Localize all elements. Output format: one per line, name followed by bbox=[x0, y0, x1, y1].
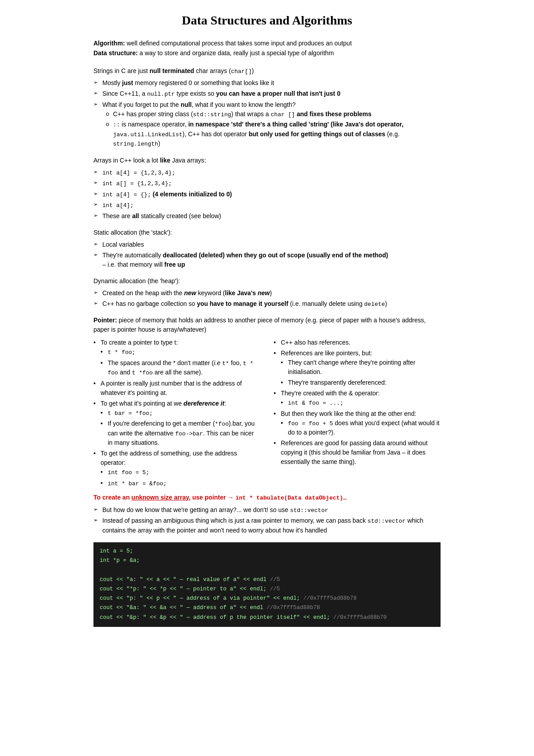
list-item: They can't change where they're pointing… bbox=[281, 358, 441, 377]
code-line: cout << "*p: " << *p << " — pointer to a… bbox=[100, 585, 434, 594]
reference-create-list: int & foo = ...; bbox=[281, 398, 441, 408]
list-item: t bar = *foo; bbox=[101, 408, 260, 418]
strings-sub-bullets: C++ has proper string class (std::string… bbox=[102, 110, 441, 149]
strings-section: Strings in C are just null terminated ch… bbox=[93, 66, 441, 149]
list-item: They're transparently dereferenced: bbox=[281, 378, 441, 387]
static-bullets: Local variables They're automatically de… bbox=[93, 240, 441, 269]
reference-work-list: foo = foo + 5 does what you'd expect (wh… bbox=[281, 419, 441, 438]
pointer-right-list: C++ also has references. References are … bbox=[274, 338, 441, 467]
list-item: What if you forget to put the null, what… bbox=[93, 100, 441, 149]
definitions-block: Algorithm: well defined computational pr… bbox=[93, 38, 441, 58]
list-item: Since C++11, a null.ptr type exists so y… bbox=[93, 89, 441, 99]
list-item: They're automatically deallocated (delet… bbox=[93, 251, 441, 269]
data-structure-term: Data structure: bbox=[93, 49, 138, 57]
list-item: To create a pointer to type t: t * foo; … bbox=[93, 338, 260, 378]
dynamic-bullets: Created on the heap with the new keyword… bbox=[93, 289, 441, 309]
pointer-deref-list: t bar = *foo; If you're derefencing to g… bbox=[101, 408, 260, 448]
pointer-right-col: C++ also has references. References are … bbox=[274, 338, 441, 489]
data-structure-def: Data structure: a way to store and organ… bbox=[93, 48, 441, 58]
strings-bullets: Mostly just memory registered 0 or somet… bbox=[93, 78, 441, 149]
code-line: cout << "&a: " << &a << " — address of a… bbox=[100, 603, 434, 613]
code-line: int *p = &a; bbox=[100, 556, 434, 565]
list-item: C++ has no garbage collection so you hav… bbox=[93, 299, 441, 309]
list-item: int a[] = {1,2,3,4}; bbox=[93, 179, 441, 188]
list-item: int foo = 5; bbox=[101, 467, 260, 477]
pointer-left-col: To create a pointer to type t: t * foo; … bbox=[93, 338, 260, 489]
code-line: cout << "a: " << a << " — real value of … bbox=[100, 575, 434, 585]
list-item: C++ also has references. bbox=[274, 338, 441, 347]
unknown-array-header: To create an unknown size array, use poi… bbox=[93, 493, 441, 503]
list-item: Created on the heap with the new keyword… bbox=[93, 289, 441, 298]
pointer-left-list: To create a pointer to type t: t * foo; … bbox=[93, 338, 260, 488]
list-item: To get what it's pointing at we derefere… bbox=[93, 399, 260, 448]
list-item: foo = foo + 5 does what you'd expect (wh… bbox=[281, 419, 441, 438]
list-item: Local variables bbox=[93, 240, 441, 249]
list-item: Mostly just memory registered 0 or somet… bbox=[93, 78, 441, 88]
pointer-left-sublist: t * foo; The spaces around the * don't m… bbox=[101, 347, 260, 378]
list-item: The spaces around the * don't matter (i.… bbox=[101, 358, 260, 378]
pointer-header: Pointer: piece of memory that holds an a… bbox=[93, 316, 441, 334]
pointer-two-col: To create a pointer to type t: t * foo; … bbox=[93, 338, 441, 489]
algorithm-term: Algorithm: bbox=[93, 40, 125, 47]
list-item: :: is namespace operator, in namespace '… bbox=[102, 120, 441, 149]
list-item: C++ has proper string class (std::string… bbox=[102, 110, 441, 119]
algorithm-text: well defined computational process that … bbox=[125, 40, 352, 47]
unknown-array-section: To create an unknown size array, use poi… bbox=[93, 493, 441, 535]
arrays-bullets: int a[4] = {1,2,3,4}; int a[] = {1,2,3,4… bbox=[93, 168, 441, 221]
list-item: t * foo; bbox=[101, 347, 260, 357]
code-line: cout << "&p: " << &p << " — address of p… bbox=[100, 613, 434, 622]
code-line bbox=[100, 565, 434, 575]
list-item: int a[4] = {}; (4 elements initialized t… bbox=[93, 190, 441, 199]
code-line: int a = 5; bbox=[100, 547, 434, 556]
list-item: But then they work like the thing at the… bbox=[274, 409, 441, 438]
static-header: Static allocation (the 'stack'): bbox=[93, 228, 441, 237]
list-item: To get the address of something, use the… bbox=[93, 449, 260, 488]
list-item: If you're derefencing to get a member (*… bbox=[101, 419, 260, 447]
list-item: int * bar = &foo; bbox=[101, 479, 260, 488]
list-item: References are like pointers, but: They … bbox=[274, 349, 441, 387]
data-structure-text: a way to store and organize data, really… bbox=[138, 49, 334, 57]
dynamic-section: Dynamic allocation (the 'heap'): Created… bbox=[93, 276, 441, 309]
list-item: Instead of passing an ambiguous thing wh… bbox=[93, 516, 441, 535]
list-item: But how do we know that we're getting an… bbox=[93, 505, 441, 515]
list-item: int & foo = ...; bbox=[281, 398, 441, 408]
code-line: cout << "p: " << p << " — address of a v… bbox=[100, 594, 434, 603]
list-item: A pointer is really just number that is … bbox=[93, 379, 260, 398]
list-item: int a[4]; bbox=[93, 200, 441, 210]
strings-header-text: Strings in C are just null terminated ch… bbox=[93, 67, 254, 74]
list-item: They're created with the & operator: int… bbox=[274, 389, 441, 408]
algorithm-def: Algorithm: well defined computational pr… bbox=[93, 38, 441, 48]
unknown-array-bullets: But how do we know that we're getting an… bbox=[93, 505, 441, 535]
arrays-section: Arrays in C++ look a lot like Java array… bbox=[93, 156, 441, 221]
arrays-header: Arrays in C++ look a lot like Java array… bbox=[93, 156, 441, 165]
strings-header: Strings in C are just null terminated ch… bbox=[93, 66, 441, 76]
list-item: References are good for passing data aro… bbox=[274, 439, 441, 467]
pointer-section: Pointer: piece of memory that holds an a… bbox=[93, 316, 441, 489]
static-section: Static allocation (the 'stack'): Local v… bbox=[93, 228, 441, 269]
page-title: Data Structures and Algorithms bbox=[93, 13, 441, 28]
pointer-term: Pointer: bbox=[93, 317, 117, 324]
pointer-addr-list: int foo = 5; int * bar = &foo; bbox=[101, 467, 260, 488]
code-block: int a = 5; int *p = &a; cout << "a: " <<… bbox=[93, 542, 441, 627]
list-item: These are all statically created (see be… bbox=[93, 211, 441, 221]
dynamic-header: Dynamic allocation (the 'heap'): bbox=[93, 276, 441, 286]
references-sub-list: They can't change where they're pointing… bbox=[281, 358, 441, 387]
list-item: int a[4] = {1,2,3,4}; bbox=[93, 168, 441, 178]
